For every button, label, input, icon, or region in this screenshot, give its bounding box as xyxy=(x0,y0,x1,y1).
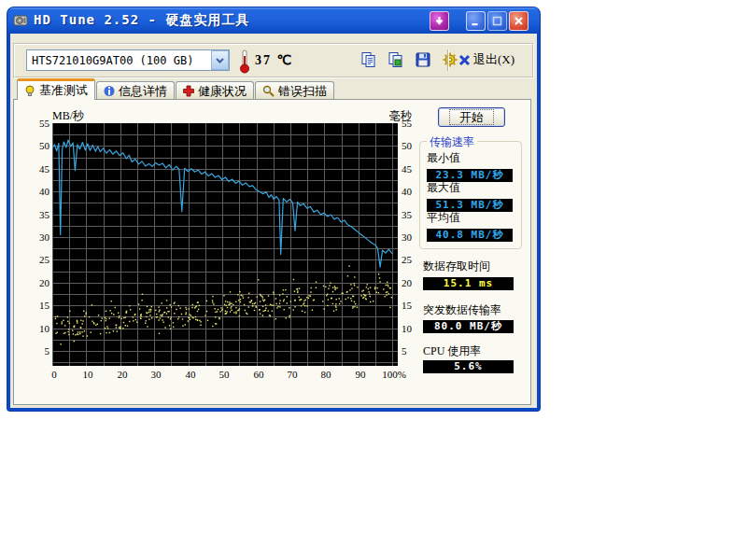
min-value-label: 最小值 xyxy=(427,150,460,166)
axis-tick-label: 10 xyxy=(39,323,49,334)
down-arrow-icon xyxy=(434,16,444,26)
x-axis-ticks: 0102030405060708090100% xyxy=(52,369,407,382)
hard-disk-app-icon xyxy=(13,13,28,28)
thermometer-icon xyxy=(238,49,251,74)
burst-rate-lcd: 80.0 MB/秒 xyxy=(423,320,514,333)
tab-error-scan-label: 错误扫描 xyxy=(278,83,327,100)
minimize-button[interactable] xyxy=(466,11,486,31)
info-icon xyxy=(104,85,115,97)
toolbar: HTS721010G9AT00 (100 GB) 37 ℃ xyxy=(13,43,533,77)
axis-tick-label: 30 xyxy=(39,231,49,243)
avg-value-label: 平均值 xyxy=(427,210,460,226)
axis-tick-label: 80 xyxy=(310,369,342,380)
axis-tick-label: 10 xyxy=(402,323,412,334)
y-axis-left-ticks: 555045403530252015105 xyxy=(23,123,49,366)
axis-tick-label: 30 xyxy=(140,369,172,380)
save-button[interactable] xyxy=(413,49,433,71)
client-area: HTS721010G9AT00 (100 GB) 37 ℃ xyxy=(10,34,537,408)
axis-tick-label: 40 xyxy=(175,369,206,380)
axis-tick-label: 25 xyxy=(402,254,412,265)
axis-tick-label: 0 xyxy=(38,369,70,380)
drive-select[interactable]: HTS721010G9AT00 (100 GB) xyxy=(26,49,230,71)
axis-tick-label: 100% xyxy=(378,369,410,380)
copy-screenshot-button[interactable] xyxy=(386,49,406,71)
axis-tick-label: 70 xyxy=(276,369,308,380)
download-update-button[interactable] xyxy=(430,11,449,31)
axis-tick-label: 20 xyxy=(402,277,412,288)
tab-bar: 基准测试 信息详情 健康状况 xyxy=(17,80,335,100)
tab-info[interactable]: 信息详情 xyxy=(96,81,175,100)
app-window: HD Tune 2.52 - 硬盘实用工具 xyxy=(7,7,540,411)
axis-tick-label: 25 xyxy=(39,254,49,265)
axis-tick-label: 60 xyxy=(243,369,275,380)
cpu-usage-lcd: 5.6% xyxy=(423,360,514,373)
titlebar: HD Tune 2.52 - 硬盘实用工具 xyxy=(7,7,540,34)
axis-tick-label: 40 xyxy=(402,186,412,197)
access-time-lcd: 15.1 ms xyxy=(423,277,514,290)
burst-rate-label: 突发数据传输率 xyxy=(423,302,501,318)
temperature-value: 37 xyxy=(255,53,272,67)
benchmark-plot xyxy=(52,123,398,366)
benchmark-tab-page: MB/秒 毫秒 555045403530252015105 5550454035… xyxy=(13,99,531,405)
max-value-label: 最大值 xyxy=(427,180,460,196)
chevron-down-icon xyxy=(216,58,224,63)
maximize-icon xyxy=(492,16,502,26)
transfer-rate-group-title: 传输速率 xyxy=(427,134,477,150)
drive-select-dropdown-button[interactable] xyxy=(211,50,229,70)
toolbar-separator xyxy=(447,49,449,71)
drive-select-value: HTS721010G9AT00 (100 GB) xyxy=(27,54,211,67)
copy-pages-icon xyxy=(360,51,377,68)
axis-tick-label: 50 xyxy=(39,140,49,151)
tab-health[interactable]: 健康状况 xyxy=(176,81,254,100)
axis-tick-label: 90 xyxy=(345,369,376,380)
exit-button[interactable]: 退出(X) xyxy=(455,49,518,71)
axis-tick-label: 20 xyxy=(106,369,138,380)
start-button-label: 开始 xyxy=(449,109,494,125)
axis-tick-label: 30 xyxy=(402,231,412,243)
axis-tick-label: 50 xyxy=(208,369,240,380)
axis-tick-label: 45 xyxy=(402,163,412,175)
exit-label: 退出(X) xyxy=(473,51,514,68)
axis-tick-label: 15 xyxy=(402,300,412,311)
tab-info-label: 信息详情 xyxy=(119,83,167,100)
access-time-label: 数据存取时间 xyxy=(423,259,490,274)
axis-tick-label: 20 xyxy=(39,277,49,288)
axis-tick-label: 35 xyxy=(402,209,412,220)
left-axis-unit-label: MB/秒 xyxy=(52,108,84,124)
tab-benchmark[interactable]: 基准测试 xyxy=(17,78,95,100)
axis-tick-label: 55 xyxy=(39,118,49,129)
window-title: HD Tune 2.52 - 硬盘实用工具 xyxy=(34,12,249,29)
close-icon xyxy=(514,16,524,26)
close-button[interactable] xyxy=(509,11,529,31)
axis-tick-label: 45 xyxy=(39,163,49,175)
axis-tick-label: 55 xyxy=(402,118,412,129)
axis-tick-label: 10 xyxy=(72,369,104,380)
magnifier-icon xyxy=(262,85,275,97)
axis-tick-label: 40 xyxy=(39,186,49,197)
minimize-icon xyxy=(471,16,481,26)
maximize-button[interactable] xyxy=(487,11,507,31)
cpu-usage-label: CPU 使用率 xyxy=(423,343,481,359)
exit-x-icon xyxy=(458,54,471,66)
floppy-disk-icon xyxy=(415,51,431,68)
temperature-readout: 37 ℃ xyxy=(255,52,293,68)
temperature-unit: ℃ xyxy=(277,53,294,67)
tab-error-scan[interactable]: 错误扫描 xyxy=(255,81,334,100)
start-button[interactable]: 开始 xyxy=(438,107,505,127)
axis-tick-label: 50 xyxy=(402,140,412,151)
copy-to-clipboard-button[interactable] xyxy=(359,49,379,71)
red-cross-icon xyxy=(183,85,194,97)
axis-tick-label: 5 xyxy=(45,345,50,357)
tab-health-label: 健康状况 xyxy=(198,83,247,100)
plot-canvas xyxy=(52,123,398,366)
tab-benchmark-label: 基准测试 xyxy=(39,82,88,99)
avg-value-lcd: 40.8 MB/秒 xyxy=(427,229,513,242)
lightbulb-icon xyxy=(24,85,35,97)
axis-tick-label: 5 xyxy=(402,345,407,357)
copy-pages-add-icon xyxy=(388,51,404,68)
axis-tick-label: 15 xyxy=(39,300,49,311)
axis-tick-label: 35 xyxy=(39,209,49,220)
transfer-rate-group: 传输速率 最小值 23.3 MB/秒 最大值 51.3 MB/秒 平均值 40.… xyxy=(419,141,522,249)
